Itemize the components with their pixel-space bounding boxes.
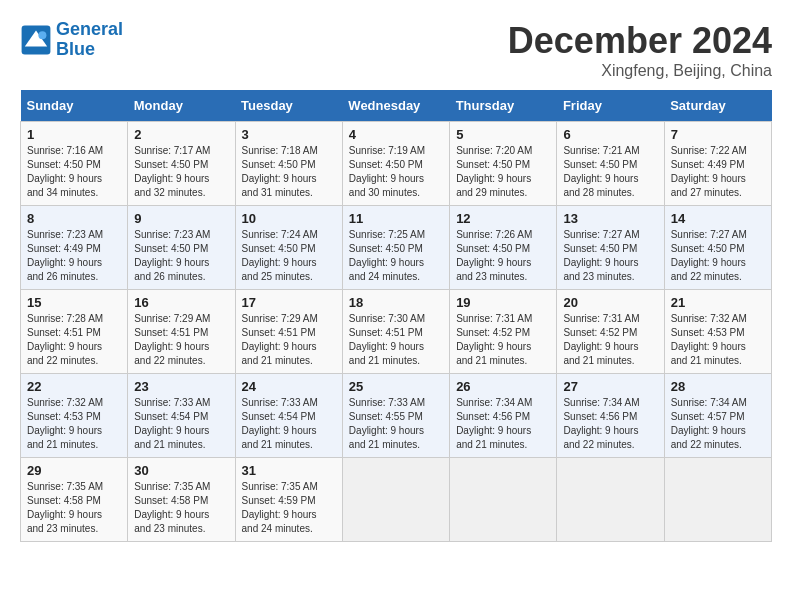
week-row-4: 22Sunrise: 7:32 AM Sunset: 4:53 PM Dayli…	[21, 374, 772, 458]
day-cell: 31Sunrise: 7:35 AM Sunset: 4:59 PM Dayli…	[235, 458, 342, 542]
day-cell: 2Sunrise: 7:17 AM Sunset: 4:50 PM Daylig…	[128, 122, 235, 206]
title-area: December 2024 Xingfeng, Beijing, China	[508, 20, 772, 80]
day-detail: Sunrise: 7:29 AM Sunset: 4:51 PM Dayligh…	[242, 312, 336, 368]
calendar-header-row: SundayMondayTuesdayWednesdayThursdayFrid…	[21, 90, 772, 122]
day-cell: 6Sunrise: 7:21 AM Sunset: 4:50 PM Daylig…	[557, 122, 664, 206]
logo-text: General Blue	[56, 20, 123, 60]
week-row-5: 29Sunrise: 7:35 AM Sunset: 4:58 PM Dayli…	[21, 458, 772, 542]
day-detail: Sunrise: 7:34 AM Sunset: 4:56 PM Dayligh…	[563, 396, 657, 452]
day-detail: Sunrise: 7:19 AM Sunset: 4:50 PM Dayligh…	[349, 144, 443, 200]
day-cell: 5Sunrise: 7:20 AM Sunset: 4:50 PM Daylig…	[450, 122, 557, 206]
day-header-thursday: Thursday	[450, 90, 557, 122]
day-cell: 4Sunrise: 7:19 AM Sunset: 4:50 PM Daylig…	[342, 122, 449, 206]
day-detail: Sunrise: 7:31 AM Sunset: 4:52 PM Dayligh…	[563, 312, 657, 368]
day-cell: 9Sunrise: 7:23 AM Sunset: 4:50 PM Daylig…	[128, 206, 235, 290]
day-cell: 1Sunrise: 7:16 AM Sunset: 4:50 PM Daylig…	[21, 122, 128, 206]
day-number: 20	[563, 295, 657, 310]
page-title: December 2024	[508, 20, 772, 62]
day-number: 25	[349, 379, 443, 394]
day-number: 26	[456, 379, 550, 394]
day-detail: Sunrise: 7:29 AM Sunset: 4:51 PM Dayligh…	[134, 312, 228, 368]
day-detail: Sunrise: 7:27 AM Sunset: 4:50 PM Dayligh…	[563, 228, 657, 284]
day-cell: 13Sunrise: 7:27 AM Sunset: 4:50 PM Dayli…	[557, 206, 664, 290]
day-detail: Sunrise: 7:23 AM Sunset: 4:50 PM Dayligh…	[134, 228, 228, 284]
day-cell: 17Sunrise: 7:29 AM Sunset: 4:51 PM Dayli…	[235, 290, 342, 374]
day-cell: 7Sunrise: 7:22 AM Sunset: 4:49 PM Daylig…	[664, 122, 771, 206]
day-header-sunday: Sunday	[21, 90, 128, 122]
logo-icon	[20, 24, 52, 56]
page-subtitle: Xingfeng, Beijing, China	[508, 62, 772, 80]
day-number: 28	[671, 379, 765, 394]
day-detail: Sunrise: 7:35 AM Sunset: 4:58 PM Dayligh…	[27, 480, 121, 536]
day-cell: 26Sunrise: 7:34 AM Sunset: 4:56 PM Dayli…	[450, 374, 557, 458]
day-number: 13	[563, 211, 657, 226]
logo-line2: Blue	[56, 39, 95, 59]
logo-line1: General	[56, 19, 123, 39]
day-detail: Sunrise: 7:27 AM Sunset: 4:50 PM Dayligh…	[671, 228, 765, 284]
calendar-body: 1Sunrise: 7:16 AM Sunset: 4:50 PM Daylig…	[21, 122, 772, 542]
day-cell: 20Sunrise: 7:31 AM Sunset: 4:52 PM Dayli…	[557, 290, 664, 374]
svg-point-2	[38, 31, 46, 39]
day-number: 24	[242, 379, 336, 394]
day-number: 29	[27, 463, 121, 478]
day-cell: 3Sunrise: 7:18 AM Sunset: 4:50 PM Daylig…	[235, 122, 342, 206]
day-number: 8	[27, 211, 121, 226]
day-number: 1	[27, 127, 121, 142]
day-detail: Sunrise: 7:35 AM Sunset: 4:59 PM Dayligh…	[242, 480, 336, 536]
day-number: 10	[242, 211, 336, 226]
day-detail: Sunrise: 7:17 AM Sunset: 4:50 PM Dayligh…	[134, 144, 228, 200]
day-cell: 28Sunrise: 7:34 AM Sunset: 4:57 PM Dayli…	[664, 374, 771, 458]
day-number: 30	[134, 463, 228, 478]
day-cell: 12Sunrise: 7:26 AM Sunset: 4:50 PM Dayli…	[450, 206, 557, 290]
day-cell: 8Sunrise: 7:23 AM Sunset: 4:49 PM Daylig…	[21, 206, 128, 290]
day-cell	[664, 458, 771, 542]
day-number: 15	[27, 295, 121, 310]
day-detail: Sunrise: 7:28 AM Sunset: 4:51 PM Dayligh…	[27, 312, 121, 368]
day-detail: Sunrise: 7:26 AM Sunset: 4:50 PM Dayligh…	[456, 228, 550, 284]
day-number: 22	[27, 379, 121, 394]
day-number: 16	[134, 295, 228, 310]
day-number: 21	[671, 295, 765, 310]
day-detail: Sunrise: 7:21 AM Sunset: 4:50 PM Dayligh…	[563, 144, 657, 200]
day-detail: Sunrise: 7:30 AM Sunset: 4:51 PM Dayligh…	[349, 312, 443, 368]
day-detail: Sunrise: 7:35 AM Sunset: 4:58 PM Dayligh…	[134, 480, 228, 536]
day-detail: Sunrise: 7:34 AM Sunset: 4:57 PM Dayligh…	[671, 396, 765, 452]
day-number: 27	[563, 379, 657, 394]
day-detail: Sunrise: 7:33 AM Sunset: 4:54 PM Dayligh…	[242, 396, 336, 452]
week-row-1: 1Sunrise: 7:16 AM Sunset: 4:50 PM Daylig…	[21, 122, 772, 206]
day-number: 3	[242, 127, 336, 142]
day-header-saturday: Saturday	[664, 90, 771, 122]
day-cell: 30Sunrise: 7:35 AM Sunset: 4:58 PM Dayli…	[128, 458, 235, 542]
day-number: 31	[242, 463, 336, 478]
day-number: 2	[134, 127, 228, 142]
day-detail: Sunrise: 7:20 AM Sunset: 4:50 PM Dayligh…	[456, 144, 550, 200]
day-cell: 14Sunrise: 7:27 AM Sunset: 4:50 PM Dayli…	[664, 206, 771, 290]
day-cell: 18Sunrise: 7:30 AM Sunset: 4:51 PM Dayli…	[342, 290, 449, 374]
day-header-friday: Friday	[557, 90, 664, 122]
day-cell: 11Sunrise: 7:25 AM Sunset: 4:50 PM Dayli…	[342, 206, 449, 290]
day-number: 23	[134, 379, 228, 394]
day-detail: Sunrise: 7:16 AM Sunset: 4:50 PM Dayligh…	[27, 144, 121, 200]
day-number: 5	[456, 127, 550, 142]
day-detail: Sunrise: 7:32 AM Sunset: 4:53 PM Dayligh…	[671, 312, 765, 368]
day-cell	[342, 458, 449, 542]
day-cell: 16Sunrise: 7:29 AM Sunset: 4:51 PM Dayli…	[128, 290, 235, 374]
day-cell: 15Sunrise: 7:28 AM Sunset: 4:51 PM Dayli…	[21, 290, 128, 374]
day-number: 12	[456, 211, 550, 226]
day-cell: 21Sunrise: 7:32 AM Sunset: 4:53 PM Dayli…	[664, 290, 771, 374]
day-detail: Sunrise: 7:32 AM Sunset: 4:53 PM Dayligh…	[27, 396, 121, 452]
day-cell	[557, 458, 664, 542]
day-cell: 27Sunrise: 7:34 AM Sunset: 4:56 PM Dayli…	[557, 374, 664, 458]
day-cell	[450, 458, 557, 542]
day-cell: 25Sunrise: 7:33 AM Sunset: 4:55 PM Dayli…	[342, 374, 449, 458]
day-detail: Sunrise: 7:23 AM Sunset: 4:49 PM Dayligh…	[27, 228, 121, 284]
day-detail: Sunrise: 7:18 AM Sunset: 4:50 PM Dayligh…	[242, 144, 336, 200]
day-detail: Sunrise: 7:22 AM Sunset: 4:49 PM Dayligh…	[671, 144, 765, 200]
day-detail: Sunrise: 7:31 AM Sunset: 4:52 PM Dayligh…	[456, 312, 550, 368]
day-header-tuesday: Tuesday	[235, 90, 342, 122]
day-cell: 24Sunrise: 7:33 AM Sunset: 4:54 PM Dayli…	[235, 374, 342, 458]
day-detail: Sunrise: 7:33 AM Sunset: 4:55 PM Dayligh…	[349, 396, 443, 452]
calendar-table: SundayMondayTuesdayWednesdayThursdayFrid…	[20, 90, 772, 542]
header: General Blue December 2024 Xingfeng, Bei…	[20, 20, 772, 80]
day-number: 19	[456, 295, 550, 310]
